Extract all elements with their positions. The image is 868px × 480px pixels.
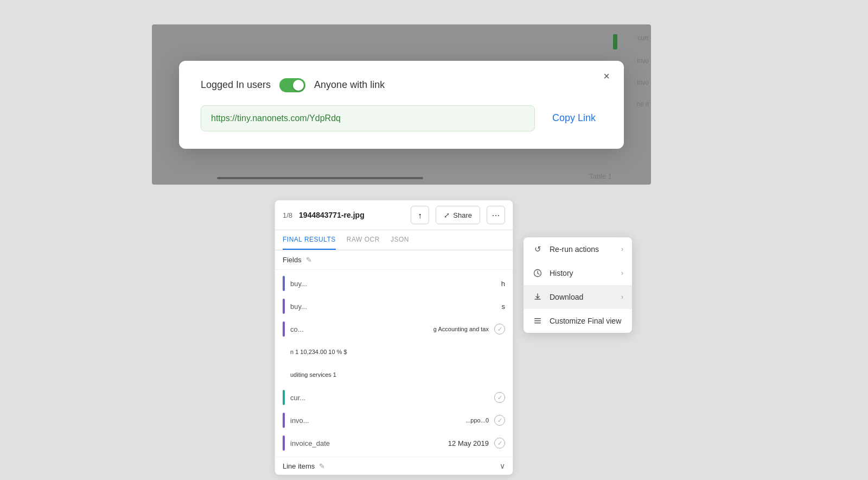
modal-header: Logged In users Anyone with link xyxy=(201,78,602,92)
viewer-header: 1/8 1944843771-re.jpg ↑ ⤢ Share ··· ↺ Re… xyxy=(275,200,513,230)
share-modal: × Logged In users Anyone with link Copy … xyxy=(179,61,624,149)
history-icon xyxy=(532,268,543,279)
share-label: Share xyxy=(453,211,472,219)
field-check-cur: ✓ xyxy=(494,392,505,403)
field-check-invo: ✓ xyxy=(494,415,505,426)
field-name-invoice-date: invoice_date xyxy=(290,439,443,447)
copy-link-button[interactable]: Copy Link xyxy=(546,108,602,128)
dropdown-menu: ↺ Re-run actions › History › xyxy=(524,237,632,333)
download-icon xyxy=(532,292,543,302)
fields-edit-icon[interactable]: ✎ xyxy=(306,256,312,264)
line-items-chevron[interactable]: ∨ xyxy=(500,462,505,470)
field-name-buy1: buy... xyxy=(290,280,496,288)
field-indicator-co xyxy=(283,321,285,337)
download-arrow: › xyxy=(621,293,623,301)
toggle-track xyxy=(279,78,305,92)
tab-final-results[interactable]: FINAL RESULTS xyxy=(283,230,336,250)
field-check-co: ✓ xyxy=(494,324,505,334)
line-items-label: Line items ✎ xyxy=(283,462,500,470)
fields-title: Fields xyxy=(283,256,302,264)
field-value-buy1: h xyxy=(501,280,505,288)
tabs-row: FINAL RESULTS RAW OCR JSON xyxy=(275,230,513,250)
more-icon: ··· xyxy=(492,210,500,221)
field-indicator-buy2 xyxy=(283,299,285,314)
history-arrow: › xyxy=(621,269,623,277)
field-indicator-audit xyxy=(283,367,285,382)
field-value-invo: ...ppo...0 xyxy=(465,417,489,424)
field-indicator-amount xyxy=(283,344,285,359)
modal-close-button[interactable]: × xyxy=(599,68,614,84)
fields-list: buy... h buy... s co... g Accounting and… xyxy=(275,270,513,457)
field-value-amount: n 1 10,234.00 10 % $ xyxy=(290,349,347,355)
share-toggle[interactable] xyxy=(279,78,305,92)
menu-item-history[interactable]: History › xyxy=(524,261,632,285)
field-check-invoice-date: ✓ xyxy=(494,438,505,449)
field-indicator-cur xyxy=(283,390,285,405)
field-indicator-invoice-date xyxy=(283,435,285,451)
field-indicator-invo xyxy=(283,413,285,428)
field-value-co: g Accounting and tax xyxy=(433,326,489,332)
field-row-buy2: buy... s xyxy=(275,295,513,318)
download-label: Download xyxy=(550,293,615,301)
line-items-row: Line items ✎ ∨ xyxy=(275,457,513,475)
history-label: History xyxy=(550,269,615,277)
anyone-with-link-label: Anyone with link xyxy=(314,79,385,91)
field-row-cur: cur... ✓ xyxy=(275,386,513,409)
field-name-invo: invo... xyxy=(290,416,460,425)
upload-button[interactable]: ↑ xyxy=(411,206,429,224)
rerun-icon: ↺ xyxy=(532,244,543,255)
tab-raw-ocr[interactable]: RAW OCR xyxy=(347,230,380,250)
field-value-buy2: s xyxy=(502,302,506,311)
upload-icon: ↑ xyxy=(418,211,423,220)
field-row-buy1: buy... h xyxy=(275,272,513,295)
share-button[interactable]: ⤢ Share xyxy=(436,206,480,224)
menu-item-rerun[interactable]: ↺ Re-run actions › xyxy=(524,237,632,261)
field-name-co: co... xyxy=(290,325,428,333)
field-value-audit: uditing services 1 xyxy=(290,371,336,378)
tab-json[interactable]: JSON xyxy=(391,230,409,250)
link-row: Copy Link xyxy=(201,105,602,131)
svg-rect-2 xyxy=(534,320,541,321)
line-items-edit-icon[interactable]: ✎ xyxy=(319,462,325,470)
page-indicator: 1/8 xyxy=(283,211,292,219)
modal-overlay: × Logged In users Anyone with link Copy … xyxy=(152,24,651,185)
rerun-arrow: › xyxy=(621,245,623,253)
field-row-amount: n 1 10,234.00 10 % $ xyxy=(275,340,513,363)
rerun-label: Re-run actions xyxy=(550,245,615,254)
field-row-audit: uditing services 1 xyxy=(275,363,513,386)
field-value-invoice-date: 12 May 2019 xyxy=(448,439,489,447)
more-options-button[interactable]: ··· xyxy=(487,206,505,224)
svg-rect-1 xyxy=(534,318,541,319)
svg-rect-3 xyxy=(534,323,541,324)
fields-section-header: Fields ✎ xyxy=(275,250,513,270)
menu-item-customize[interactable]: Customize Final view xyxy=(524,309,632,333)
toggle-thumb xyxy=(293,80,304,91)
file-viewer-panel: 1/8 1944843771-re.jpg ↑ ⤢ Share ··· ↺ Re… xyxy=(275,200,513,475)
field-row-invo: invo... ...ppo...0 ✓ xyxy=(275,409,513,432)
share-icon: ⤢ xyxy=(444,211,450,219)
field-name-cur: cur... xyxy=(290,394,483,402)
field-row-co: co... g Accounting and tax ✓ xyxy=(275,318,513,340)
customize-label: Customize Final view xyxy=(550,317,623,325)
menu-item-download[interactable]: Download › xyxy=(524,285,632,309)
file-name: 1944843771-re.jpg xyxy=(299,211,404,219)
field-indicator-buy1 xyxy=(283,276,285,291)
customize-icon xyxy=(532,315,543,326)
field-row-invoice-date: invoice_date 12 May 2019 ✓ xyxy=(275,432,513,454)
share-link-input[interactable] xyxy=(201,105,535,131)
logged-in-label: Logged In users xyxy=(201,79,271,91)
field-name-buy2: buy... xyxy=(290,302,496,311)
